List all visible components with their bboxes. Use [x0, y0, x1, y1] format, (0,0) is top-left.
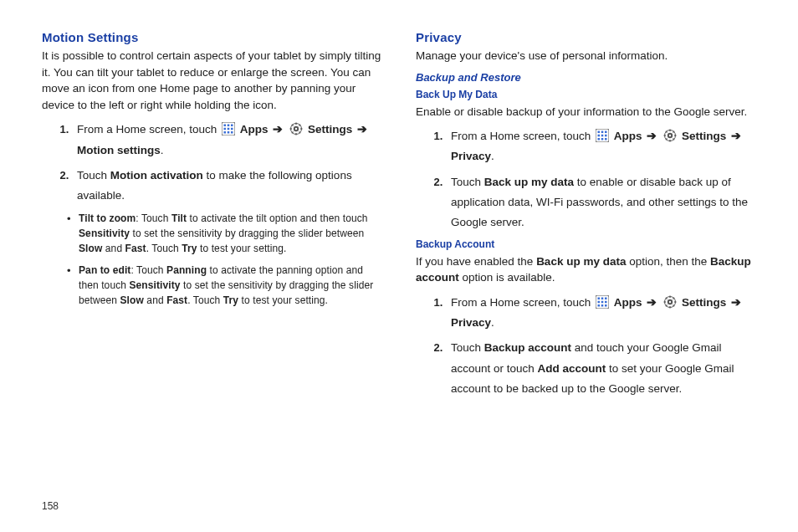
- manual-page: Motion Settings It is possible to contro…: [0, 0, 798, 532]
- backup-step-2: Touch Back up my data to enable or disab…: [446, 172, 756, 233]
- arrow-icon: ➔: [271, 123, 284, 136]
- page-number: 158: [42, 500, 59, 512]
- right-column: Privacy Manage your device's use of pers…: [416, 30, 756, 532]
- backup-account-intro: If you have enabled the Back up my data …: [416, 253, 756, 286]
- arrow-icon: ➔: [729, 296, 743, 309]
- gear-icon: [663, 295, 677, 309]
- gear-icon: [663, 129, 677, 142]
- bullet-tilt-to-zoom: Tilt to zoom: Touch Tilt to activate the…: [79, 211, 382, 256]
- arrow-icon: ➔: [645, 296, 658, 309]
- apps-icon: [596, 295, 609, 309]
- backup-account-step-1: From a Home screen, touch Apps ➔ Setting…: [446, 293, 756, 334]
- motion-intro: It is possible to control certain aspect…: [42, 48, 382, 113]
- backup-steps: From a Home screen, touch Apps ➔ Setting…: [416, 126, 756, 233]
- back-up-my-data-heading: Back Up My Data: [416, 89, 756, 100]
- motion-steps: From a Home screen, touch Apps ➔ Setting…: [42, 120, 382, 206]
- backup-intro: Enable or disable backup of your informa…: [416, 104, 756, 120]
- arrow-icon: ➔: [729, 130, 743, 142]
- gear-icon: [289, 122, 303, 136]
- arrow-icon: ➔: [356, 123, 369, 136]
- left-column: Motion Settings It is possible to contro…: [42, 30, 382, 532]
- motion-step-1: From a Home screen, touch Apps ➔ Setting…: [72, 120, 382, 161]
- backup-account-step-2: Touch Backup account and touch your Goog…: [446, 338, 756, 399]
- backup-restore-heading: Backup and Restore: [416, 71, 756, 84]
- backup-account-heading: Backup Account: [416, 238, 756, 250]
- apps-icon: [222, 122, 235, 136]
- backup-step-1: From a Home screen, touch Apps ➔ Setting…: [446, 126, 756, 167]
- motion-step-2: Touch Motion activation to make the foll…: [72, 166, 382, 207]
- motion-settings-heading: Motion Settings: [42, 30, 382, 44]
- privacy-intro: Manage your device's use of personal inf…: [416, 48, 756, 64]
- apps-icon: [596, 129, 609, 142]
- motion-bullets: Tilt to zoom: Touch Tilt to activate the…: [42, 211, 382, 308]
- bullet-pan-to-edit: Pan to edit: Touch Panning to activate t…: [79, 263, 382, 308]
- backup-account-steps: From a Home screen, touch Apps ➔ Setting…: [416, 293, 756, 399]
- arrow-icon: ➔: [645, 130, 658, 142]
- privacy-heading: Privacy: [416, 30, 756, 44]
